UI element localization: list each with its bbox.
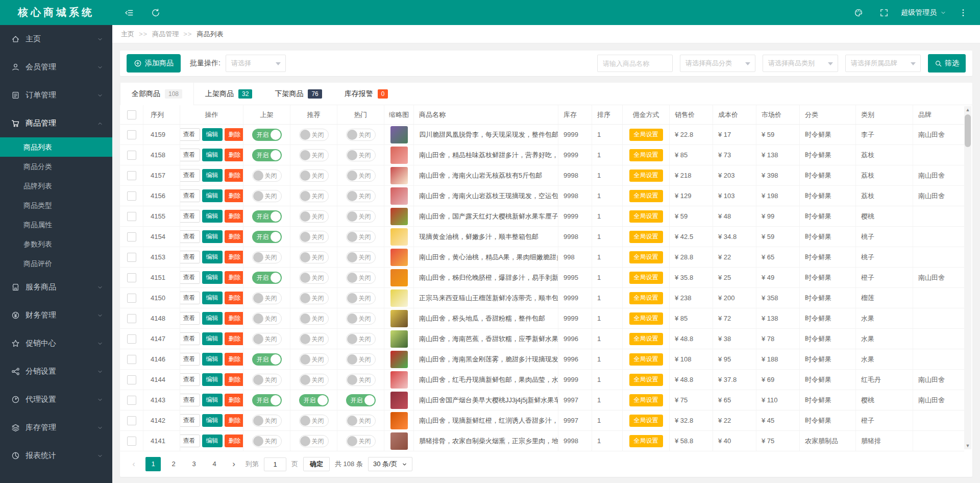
edit-button[interactable]: 编辑 — [202, 271, 223, 284]
view-button[interactable]: 查看 — [180, 149, 200, 161]
hot-toggle[interactable]: 关闭 — [346, 170, 376, 182]
sidebar-item[interactable]: 会员管理 — [0, 53, 112, 81]
add-product-button[interactable]: 添加商品 — [127, 54, 181, 73]
hot-toggle[interactable]: 关闭 — [346, 272, 376, 284]
product-thumbnail[interactable] — [390, 330, 408, 348]
hot-toggle[interactable]: 关闭 — [346, 292, 376, 304]
page-number-button[interactable]: 2 — [166, 457, 181, 471]
row-checkbox[interactable] — [127, 253, 136, 262]
delete-button[interactable]: 删除 — [225, 210, 244, 223]
category-select[interactable]: 请选择商品分类 — [680, 55, 755, 72]
onsale-toggle[interactable]: 关闭 — [252, 190, 282, 202]
delete-button[interactable]: 删除 — [225, 332, 244, 345]
recommend-toggle[interactable]: 关闭 — [299, 312, 329, 325]
product-thumbnail[interactable] — [390, 187, 408, 205]
product-thumbnail[interactable] — [390, 147, 408, 164]
edit-button[interactable]: 编辑 — [202, 189, 223, 202]
scroll-down-icon[interactable]: ▼ — [964, 442, 971, 449]
onsale-toggle[interactable]: 开启 — [252, 129, 282, 141]
delete-button[interactable]: 删除 — [225, 271, 244, 284]
edit-button[interactable]: 编辑 — [202, 332, 223, 345]
fullscreen-icon[interactable] — [875, 4, 893, 21]
confirm-page-button[interactable]: 确定 — [303, 457, 330, 471]
brand-select[interactable]: 请选择所属品牌 — [845, 55, 921, 72]
commission-button[interactable]: 全局设置 — [629, 190, 663, 202]
recommend-toggle[interactable]: 关闭 — [299, 353, 329, 366]
hot-toggle[interactable]: 关闭 — [346, 129, 376, 141]
page-number-button[interactable]: 3 — [186, 457, 202, 471]
commission-button[interactable]: 全局设置 — [629, 251, 663, 263]
row-checkbox[interactable] — [127, 314, 136, 323]
recommend-toggle[interactable]: 关闭 — [299, 415, 329, 427]
product-thumbnail[interactable] — [390, 208, 408, 225]
sidebar-item[interactable]: 库存管理 — [0, 414, 112, 442]
select-all-checkbox[interactable] — [127, 110, 136, 119]
onsale-toggle[interactable]: 关闭 — [252, 292, 282, 304]
product-thumbnail[interactable] — [390, 228, 408, 246]
onsale-toggle[interactable]: 开启 — [252, 210, 282, 223]
sidebar-subitem[interactable]: 商品分类 — [0, 157, 112, 176]
view-button[interactable]: 查看 — [180, 230, 200, 243]
delete-button[interactable]: 删除 — [225, 251, 244, 263]
view-button[interactable]: 查看 — [180, 251, 200, 263]
onsale-toggle[interactable]: 关闭 — [252, 374, 282, 386]
tab[interactable]: 库存报警 0 — [333, 83, 400, 105]
hot-toggle[interactable]: 关闭 — [346, 251, 376, 263]
batch-operation-select[interactable]: 请选择 — [226, 55, 286, 72]
product-thumbnail[interactable] — [390, 167, 408, 184]
commission-button[interactable]: 全局设置 — [629, 210, 663, 223]
commission-button[interactable]: 全局设置 — [629, 312, 663, 325]
commission-button[interactable]: 全局设置 — [629, 435, 663, 447]
edit-button[interactable]: 编辑 — [202, 210, 223, 223]
page-input[interactable] — [264, 457, 286, 471]
delete-button[interactable]: 删除 — [225, 230, 244, 243]
delete-button[interactable]: 删除 — [225, 169, 244, 182]
refresh-icon[interactable] — [147, 4, 164, 21]
recommend-toggle[interactable]: 关闭 — [299, 231, 329, 243]
onsale-toggle[interactable]: 开启 — [252, 394, 282, 406]
row-checkbox[interactable] — [127, 151, 136, 160]
delete-button[interactable]: 删除 — [225, 434, 244, 447]
commission-button[interactable]: 全局设置 — [629, 149, 663, 161]
hot-toggle[interactable]: 关闭 — [346, 149, 376, 161]
hot-toggle[interactable]: 关闭 — [346, 333, 376, 345]
onsale-toggle[interactable]: 关闭 — [252, 312, 282, 325]
type-select[interactable]: 请选择商品类别 — [763, 55, 838, 72]
recommend-toggle[interactable]: 关闭 — [299, 292, 329, 304]
view-button[interactable]: 查看 — [180, 292, 200, 304]
edit-button[interactable]: 编辑 — [202, 373, 223, 386]
sidebar-item[interactable]: 代理设置 — [0, 385, 112, 414]
product-thumbnail[interactable] — [390, 392, 408, 409]
sidebar-subitem[interactable]: 参数列表 — [0, 234, 112, 254]
commission-button[interactable]: 全局设置 — [629, 292, 663, 304]
user-menu[interactable]: 超级管理员 — [901, 8, 946, 17]
row-checkbox[interactable] — [127, 130, 136, 139]
onsale-toggle[interactable]: 开启 — [252, 149, 282, 161]
commission-button[interactable]: 全局设置 — [629, 272, 663, 284]
next-page-button[interactable]: › — [227, 457, 240, 471]
view-button[interactable]: 查看 — [180, 414, 200, 427]
recommend-toggle[interactable]: 关闭 — [299, 272, 329, 284]
row-checkbox[interactable] — [127, 375, 136, 384]
view-button[interactable]: 查看 — [180, 353, 200, 366]
sidebar-item[interactable]: 报表统计 — [0, 442, 112, 470]
collapse-sidebar-icon[interactable] — [120, 4, 138, 21]
sidebar-item[interactable]: 促销中心 — [0, 329, 112, 357]
product-thumbnail[interactable] — [390, 432, 408, 450]
edit-button[interactable]: 编辑 — [202, 414, 223, 427]
onsale-toggle[interactable]: 开启 — [252, 231, 282, 243]
row-checkbox[interactable] — [127, 396, 136, 405]
recommend-toggle[interactable]: 关闭 — [299, 170, 329, 182]
row-checkbox[interactable] — [127, 232, 136, 242]
sidebar-subitem[interactable]: 商品属性 — [0, 215, 112, 234]
onsale-toggle[interactable]: 关闭 — [252, 333, 282, 345]
edit-button[interactable]: 编辑 — [202, 394, 223, 406]
recommend-toggle[interactable]: 关闭 — [299, 129, 329, 141]
commission-button[interactable]: 全局设置 — [629, 170, 663, 182]
view-button[interactable]: 查看 — [180, 271, 200, 284]
product-thumbnail[interactable] — [390, 412, 408, 429]
sidebar-subitem[interactable]: 商品类型 — [0, 196, 112, 215]
edit-button[interactable]: 编辑 — [202, 169, 223, 182]
recommend-toggle[interactable]: 关闭 — [299, 251, 329, 263]
view-button[interactable]: 查看 — [180, 394, 200, 406]
